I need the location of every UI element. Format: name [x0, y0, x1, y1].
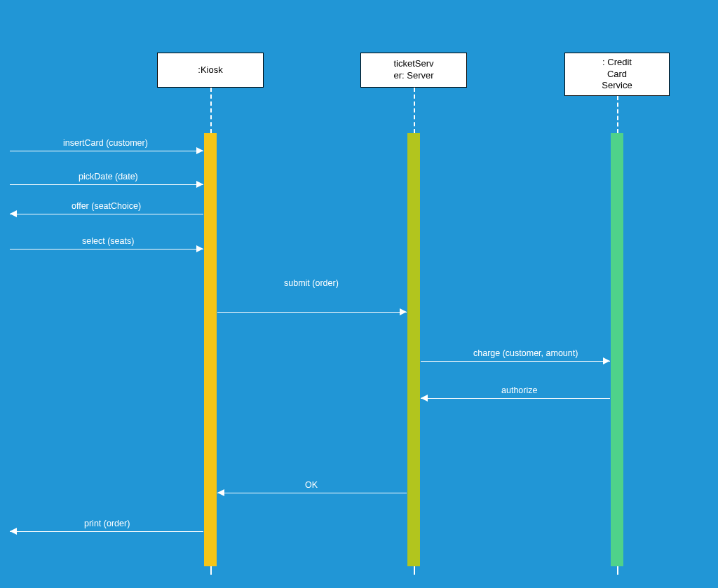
- message-line: [421, 361, 610, 362]
- arrowhead-right-icon: [603, 357, 610, 364]
- message-line: [217, 312, 407, 313]
- participant-ccs: : Credit Card Service: [564, 53, 670, 96]
- lifeline-tail-kiosk: [210, 566, 212, 575]
- message-label: offer (seatChoice): [72, 201, 141, 211]
- lifeline-tail-server: [414, 566, 415, 575]
- activation-server: [407, 133, 420, 566]
- message-label: select (seats): [82, 236, 134, 246]
- arrowhead-right-icon: [400, 308, 407, 315]
- message-line: [10, 531, 203, 532]
- lifeline-kiosk: [210, 88, 212, 133]
- arrowhead-right-icon: [196, 181, 203, 188]
- participant-server: ticketServ er: Server: [360, 53, 467, 88]
- message-label: pickDate (date): [79, 172, 138, 182]
- arrowhead-right-icon: [196, 245, 203, 252]
- arrowhead-left-icon: [10, 528, 17, 535]
- arrowhead-left-icon: [421, 395, 428, 402]
- arrowhead-left-icon: [217, 489, 224, 496]
- activation-ccs: [611, 133, 623, 566]
- arrowhead-right-icon: [196, 147, 203, 154]
- message-label: authorize: [501, 385, 537, 395]
- message-label: submit (order): [284, 278, 339, 288]
- lifeline-server: [414, 88, 415, 133]
- participant-kiosk: :Kiosk: [157, 53, 264, 88]
- message-line: [10, 184, 203, 185]
- lifeline-ccs: [617, 96, 618, 133]
- message-line: [10, 249, 203, 249]
- arrowhead-left-icon: [10, 210, 17, 217]
- activation-kiosk: [204, 133, 217, 566]
- message-line: [10, 214, 203, 214]
- message-label: insertCard (customer): [63, 138, 148, 148]
- message-label: OK: [305, 480, 318, 490]
- lifeline-tail-ccs: [617, 566, 618, 575]
- message-line: [421, 398, 610, 399]
- message-line: [10, 151, 203, 151]
- message-label: print (order): [84, 519, 130, 528]
- message-line: [217, 493, 407, 493]
- message-label: charge (customer, amount): [473, 348, 578, 358]
